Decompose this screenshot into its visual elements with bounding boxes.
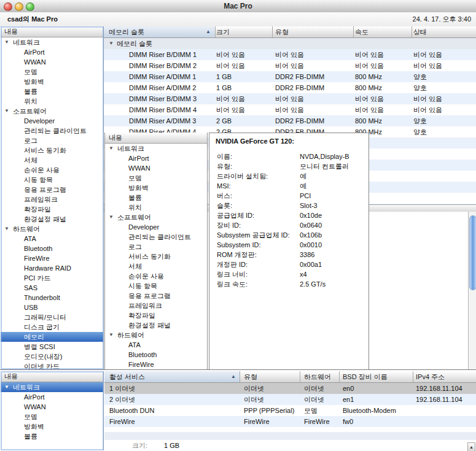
sidebar-item-ata[interactable]: ATA (105, 340, 207, 350)
sidebar-item-logs[interactable]: 로그 (1, 136, 103, 145)
column-header-slot[interactable]: 메모리 슬롯 (109, 26, 144, 37)
sidebar-item-universal-access[interactable]: 손쉬운 사용 (105, 271, 207, 281)
sidebar-item-applications[interactable]: 응용 프로그램 (105, 291, 207, 301)
sidebar-item-preference-panes[interactable]: 환경설정 패널 (105, 320, 207, 330)
column-header-type[interactable]: 유형 (275, 26, 289, 37)
table-row[interactable]: DIMM Riser A/DIMM 21 GBDDR2 FB-DIMM800 M… (104, 82, 476, 93)
sidebar-item-pci-cards[interactable]: PCI 카드 (1, 273, 103, 283)
disclosure-triangle-icon[interactable]: ▼ (109, 38, 114, 49)
sidebar-item-network[interactable]: ▼네트워크 (1, 382, 103, 392)
disclosure-triangle-icon[interactable]: ▼ (4, 382, 13, 392)
sidebar-item-sync-services[interactable]: 서비스 동기화 (105, 252, 207, 261)
sidebar-item-managed-client[interactable]: 관리되는 클라이언트 (1, 126, 103, 136)
table-row[interactable]: DIMM Riser A/DIMM 32 GBDDR2 FB-DIMM800 M… (104, 115, 476, 126)
sidebar-item-sync-services[interactable]: 서비스 동기화 (1, 145, 103, 155)
disclosure-triangle-icon[interactable]: ▼ (109, 330, 117, 340)
disclosure-triangle-icon[interactable]: ▼ (109, 212, 117, 222)
sidebar-item-startup-items[interactable]: 시동 항목 (105, 281, 207, 291)
sidebar-item-airport[interactable]: AirPort (1, 392, 103, 402)
sidebar-item-managed-client[interactable]: 관리되는 클라이언트 (105, 232, 207, 242)
table-row[interactable]: DIMM Riser B/DIMM 4비어 있음비어 있음비어 있음비어 있음 (104, 104, 476, 115)
sidebar-item-wwan[interactable]: WWAN (105, 163, 207, 173)
sidebar-item-software[interactable]: ▼소프트웨어 (1, 106, 103, 116)
sidebar-item-developer[interactable]: Developer (105, 222, 207, 232)
sidebar-item-usb[interactable]: USB (1, 303, 103, 312)
sidebar-item-fonts[interactable]: 서체 (1, 155, 103, 165)
sidebar-item-graphics-displays[interactable]: 그래픽/모니터 (1, 312, 103, 322)
sidebar-item-developer[interactable]: Developer (1, 116, 103, 126)
sidebar-item-locations[interactable]: 위치 (1, 96, 103, 106)
sidebar-item-ethernet-cards[interactable]: 이더넷 카드 (1, 361, 103, 369)
column-header-type[interactable]: 유형 (244, 371, 257, 382)
table-row-selected[interactable]: 1 이더넷이더넷이더넷en0192.168.11.104 (104, 383, 476, 394)
sidebar-item-hardware[interactable]: ▼하드웨어 (1, 224, 103, 234)
column-header-service[interactable]: 활성 서비스 (109, 371, 145, 382)
table-row[interactable]: DIMM Riser B/DIMM 1비어 있음비어 있음비어 있음비어 있음 (104, 49, 476, 60)
sidebar-item-hardware-raid[interactable]: Hardware RAID (1, 263, 103, 273)
sidebar-item-network[interactable]: ▼네트워크 (1, 37, 103, 47)
sidebar-item-airport[interactable]: AirPort (105, 153, 207, 163)
sidebar-item-parallel-scsi[interactable]: 병렬 SCSI (1, 342, 103, 352)
scrollbar-thumb[interactable] (469, 215, 476, 290)
sidebar-item-software[interactable]: ▼소프트웨어 (105, 212, 207, 222)
sidebar-item-universal-access[interactable]: 손쉬운 사용 (1, 165, 103, 175)
sidebar-item-firewire[interactable]: FireWire (1, 253, 103, 263)
disclosure-triangle-icon[interactable]: ▼ (4, 106, 13, 116)
sidebar-item-hardware[interactable]: ▼하드웨어 (105, 330, 207, 340)
disclosure-triangle-icon[interactable]: ▼ (109, 144, 117, 153)
title-bar[interactable]: Mac Pro (0, 0, 476, 13)
sidebar-item-sas[interactable]: SAS (1, 283, 103, 293)
column-header-hardware[interactable]: 하드웨어 (304, 371, 331, 382)
sidebar-item-modem[interactable]: 모뎀 (1, 412, 103, 422)
sidebar-item-ata[interactable]: ATA (1, 234, 103, 244)
column-header-status[interactable]: 상태 (413, 26, 427, 37)
sidebar-item-wwan[interactable]: WWAN (1, 402, 103, 412)
sidebar-item-wwan[interactable]: WWAN (1, 57, 103, 67)
sidebar-item-firewall[interactable]: 방화벽 (105, 183, 207, 193)
sidebar-item-firewire[interactable]: FireWire (105, 360, 207, 369)
sidebar-item-volumes[interactable]: 볼륨 (1, 87, 103, 96)
sidebar-item-airport[interactable]: AirPort (1, 47, 103, 57)
sidebar-item-disc-burning[interactable]: 디스크 굽기 (1, 322, 103, 332)
sidebar-item-bluetooth[interactable]: Bluetooth (105, 350, 207, 360)
sidebar-item-extensions[interactable]: 확장파일 (105, 310, 207, 320)
disclosure-triangle-icon[interactable]: ▼ (4, 224, 13, 234)
column-header-bsd-name[interactable]: BSD 장비 이름 (343, 371, 388, 382)
table-row[interactable]: DIMM Riser B/DIMM 3비어 있음비어 있음비어 있음비어 있음 (104, 93, 476, 104)
zoom-button-icon[interactable] (26, 2, 34, 11)
table-row[interactable]: 2 이더넷이더넷이더넷en1192.168.11.104 (104, 394, 476, 405)
sidebar-item-firewall[interactable]: 방화벽 (1, 77, 103, 87)
sidebar-item-fonts[interactable]: 서체 (105, 261, 207, 271)
vertical-scrollbar[interactable] (468, 212, 476, 369)
close-button-icon[interactable] (4, 2, 12, 11)
sidebar-item-modem[interactable]: 모뎀 (105, 173, 207, 183)
sidebar-item-audio-built-in[interactable]: 오디오(내장) (1, 352, 103, 361)
table-row[interactable]: Bluetooth DUNPPP (PPPSerial)모뎀Bluetooth-… (104, 405, 476, 416)
sidebar-item-network[interactable]: ▼네트워크 (105, 144, 207, 153)
column-header-size[interactable]: 크기 (216, 26, 230, 37)
sidebar-item-volumes[interactable]: 볼륨 (1, 431, 103, 441)
sidebar-item-extensions[interactable]: 확장파일 (1, 204, 103, 214)
table-row[interactable]: FireWireFireWireFireWirefw0 (104, 416, 476, 427)
sidebar-item-frameworks[interactable]: 프레임워크 (1, 195, 103, 204)
sidebar-item-volumes[interactable]: 볼륨 (105, 193, 207, 202)
column-header-speed[interactable]: 속도 (355, 26, 369, 37)
sidebar-item-logs[interactable]: 로그 (105, 242, 207, 252)
sidebar-item-startup-items[interactable]: 시동 항목 (1, 175, 103, 185)
sidebar-item-preference-panes[interactable]: 환경설정 패널 (1, 214, 103, 224)
sidebar-item-frameworks[interactable]: 프레임워크 (105, 301, 207, 310)
sidebar-item-applications[interactable]: 응용 프로그램 (1, 185, 103, 195)
sidebar-item-memory[interactable]: 메모리 (1, 332, 103, 342)
minimize-button-icon[interactable] (15, 2, 23, 11)
scroll-up-arrow-icon[interactable]: ▲ (467, 442, 475, 451)
sidebar-item-locations[interactable]: 위치 (105, 202, 207, 212)
column-header-ipv4[interactable]: IPv4 주소 (416, 371, 445, 382)
sidebar-item-thunderbolt[interactable]: Thunderbolt (1, 293, 103, 303)
sidebar-item-modem[interactable]: 모뎀 (1, 67, 103, 77)
table-row[interactable]: DIMM Riser B/DIMM 2비어 있음비어 있음비어 있음비어 있음 (104, 60, 476, 71)
sidebar-item-firewall[interactable]: 방화벽 (1, 422, 103, 431)
disclosure-triangle-icon[interactable]: ▼ (4, 37, 13, 47)
table-row[interactable]: DIMM Riser A/DIMM 11 GBDDR2 FB-DIMM800 M… (104, 71, 476, 82)
sidebar-item-bluetooth[interactable]: Bluetooth (1, 244, 103, 253)
memory-group-row[interactable]: ▼ 메모리 슬롯 (104, 38, 476, 49)
